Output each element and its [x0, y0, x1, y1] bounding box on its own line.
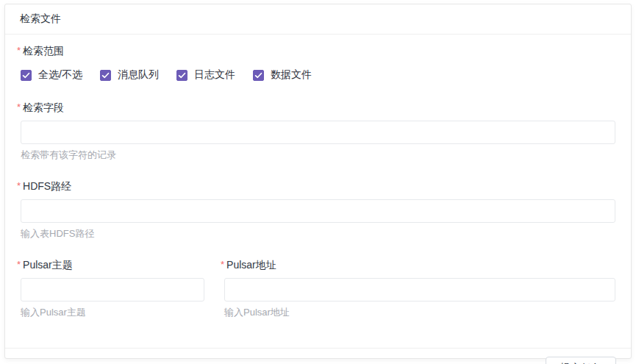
hdfs-path-label-row: *HDFS路经: [17, 180, 615, 192]
checkbox-data-files[interactable]: 数据文件: [253, 68, 312, 82]
hdfs-path-label: HDFS路经: [23, 180, 71, 192]
search-field-label-row: *检索字段: [17, 101, 615, 113]
checkbox-select-all[interactable]: 全选/不选: [21, 68, 82, 82]
check-icon: [176, 70, 187, 81]
scope-label-row: *检索范围: [17, 45, 615, 57]
search-field-label: 检索字段: [23, 101, 64, 113]
pulsar-address-input[interactable]: [224, 278, 615, 301]
checkbox-label: 日志文件: [194, 68, 235, 82]
checkbox-label: 数据文件: [271, 68, 312, 82]
check-icon: [253, 70, 264, 81]
required-asterisk: *: [221, 259, 224, 270]
pulsar-address-label: Pulsar地址: [226, 259, 276, 271]
card-footer: 提交任务: [5, 348, 631, 364]
card-header: 检索文件: [5, 4, 631, 35]
scope-checkbox-row: 全选/不选 消息队列 日志文件: [17, 68, 615, 82]
search-file-card: 检索文件 *检索范围 全选/不选 消息队列: [4, 4, 632, 359]
form-item-pulsar-address: *Pulsar地址 输入Pulsar地址: [221, 259, 615, 338]
check-icon: [100, 70, 111, 81]
form-item-pulsar-topic: *Pulsar主题 输入Pulsar主题: [17, 259, 204, 318]
checkbox-message-queue[interactable]: 消息队列: [100, 68, 159, 82]
check-icon: [21, 70, 32, 81]
required-asterisk: *: [17, 180, 21, 191]
checkbox-label: 全选/不选: [38, 68, 82, 82]
pulsar-address-helper: 输入Pulsar地址: [221, 307, 615, 318]
form-item-search-field: *检索字段 检索带有该字符的记录: [17, 101, 615, 160]
checkbox-label: 消息队列: [118, 68, 159, 82]
scope-label: 检索范围: [23, 45, 64, 57]
submit-task-button[interactable]: 提交任务: [546, 357, 616, 364]
pulsar-topic-label: Pulsar主题: [23, 259, 73, 271]
search-field-input[interactable]: [21, 121, 615, 144]
pulsar-row: *Pulsar主题 输入Pulsar主题 *Pulsar地址 输入Pulsar地…: [17, 259, 615, 338]
pulsar-topic-helper: 输入Pulsar主题: [17, 307, 204, 318]
required-asterisk: *: [17, 101, 21, 113]
pulsar-topic-label-row: *Pulsar主题: [17, 259, 204, 271]
hdfs-path-helper: 输入表HDFS路径: [17, 228, 615, 239]
form-body: *检索范围 全选/不选 消息队列: [5, 35, 631, 348]
form-item-hdfs-path: *HDFS路经 输入表HDFS路径: [17, 180, 615, 239]
pulsar-topic-input[interactable]: [21, 278, 204, 301]
required-asterisk: *: [17, 259, 21, 270]
hdfs-path-input[interactable]: [21, 199, 615, 223]
search-field-helper: 检索带有该字符的记录: [17, 149, 615, 160]
card-title: 检索文件: [20, 13, 61, 24]
required-asterisk: *: [17, 45, 21, 56]
form-item-scope: *检索范围 全选/不选 消息队列: [17, 45, 615, 82]
checkbox-log-files[interactable]: 日志文件: [176, 68, 235, 82]
pulsar-address-label-row: *Pulsar地址: [221, 259, 615, 271]
